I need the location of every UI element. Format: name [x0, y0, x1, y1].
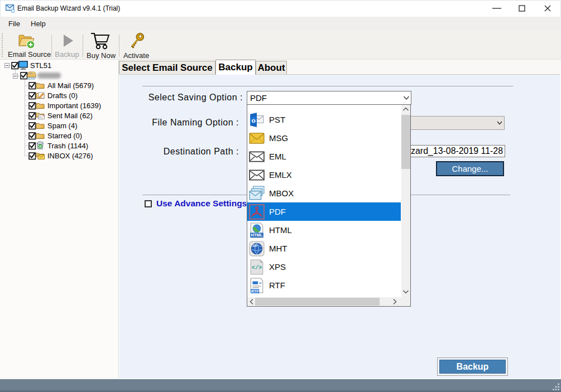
svg-text:o: o [251, 117, 255, 124]
svg-text:HTML: HTML [251, 233, 263, 238]
svg-text:</>: </> [252, 264, 262, 271]
svg-text:RTF: RTF [251, 289, 259, 293]
